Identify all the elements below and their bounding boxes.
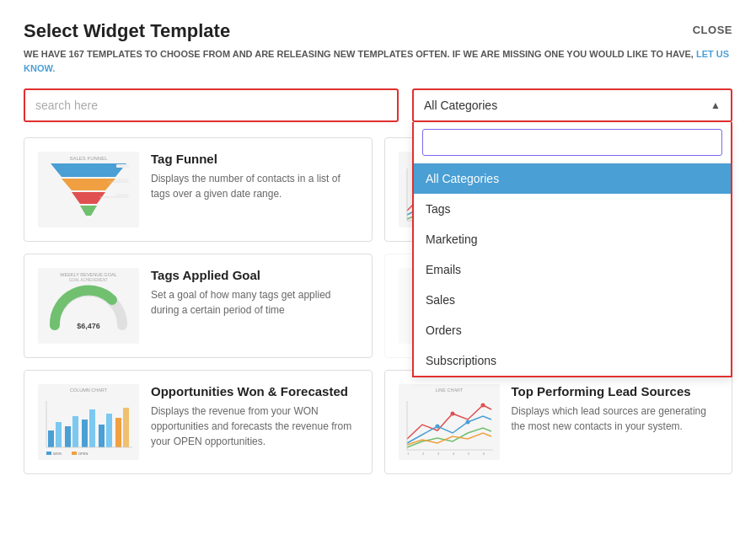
card-desc-lead-sources: Displays which lead sources are generati… bbox=[512, 404, 719, 434]
category-dropdown-wrapper: All Categories ▲ All Categories Tags Mar… bbox=[412, 88, 732, 122]
card-title-tag-funnel: Tag Funnel bbox=[151, 152, 358, 166]
svg-rect-25 bbox=[48, 430, 54, 447]
card-content-opportunities: Opportunities Won & Forecasted Displays … bbox=[151, 384, 358, 449]
dropdown-option-tags[interactable]: Tags bbox=[414, 194, 731, 224]
svg-rect-30 bbox=[89, 409, 95, 447]
card-content-tags-goal: Tags Applied Goal Set a goal of how many… bbox=[151, 268, 358, 318]
dropdown-search-input[interactable] bbox=[422, 129, 722, 156]
svg-rect-26 bbox=[56, 422, 62, 447]
svg-text:GOAL ACHIEVEMENT: GOAL ACHIEVEMENT bbox=[69, 278, 108, 282]
svg-rect-10 bbox=[116, 179, 128, 182]
card-opportunities-won[interactable]: COLUMN CHART W bbox=[24, 370, 373, 474]
svg-rect-37 bbox=[46, 452, 51, 455]
svg-rect-34 bbox=[123, 408, 129, 447]
svg-text:OPEN: OPEN bbox=[78, 452, 88, 456]
svg-rect-39 bbox=[72, 452, 77, 455]
dropdown-option-subscriptions[interactable]: Subscriptions bbox=[414, 345, 731, 376]
svg-text:LINE CHART: LINE CHART bbox=[435, 388, 463, 393]
svg-text:WON: WON bbox=[53, 452, 62, 456]
svg-rect-32 bbox=[106, 414, 112, 447]
svg-rect-31 bbox=[99, 425, 105, 447]
search-input[interactable] bbox=[24, 88, 399, 122]
svg-rect-27 bbox=[65, 426, 71, 447]
svg-point-43 bbox=[450, 412, 454, 416]
subtitle-text: WE HAVE 167 TEMPLATES TO CHOOSE FROM AND… bbox=[24, 47, 732, 75]
svg-point-45 bbox=[435, 425, 439, 429]
card-content-tag-funnel: Tag Funnel Displays the number of contac… bbox=[151, 152, 358, 201]
card-title-lead-sources: Top Performing Lead Sources bbox=[512, 384, 719, 398]
card-desc-tag-funnel: Displays the number of contacts in a lis… bbox=[151, 171, 358, 201]
card-title-opportunities: Opportunities Won & Forecasted bbox=[151, 384, 358, 398]
card-top-lead-sources[interactable]: LINE CHART 1 2 3 bbox=[384, 370, 733, 474]
category-selected-label: All Categories bbox=[424, 99, 497, 112]
card-thumb-tags-goal: WEEKLY REVENUE GOAL GOAL ACHIEVEMENT $6,… bbox=[38, 268, 139, 344]
svg-rect-9 bbox=[116, 164, 128, 168]
dropdown-option-orders[interactable]: Orders bbox=[414, 315, 731, 345]
category-selector[interactable]: All Categories ▲ bbox=[412, 88, 732, 122]
svg-rect-11 bbox=[116, 194, 128, 197]
card-content-lead-sources: Top Performing Lead Sources Displays whi… bbox=[512, 384, 719, 434]
dropdown-option-emails[interactable]: Emails bbox=[414, 254, 731, 285]
svg-point-44 bbox=[480, 404, 485, 408]
page-title: Select Widget Template bbox=[24, 20, 230, 42]
dropdown-search-wrapper bbox=[414, 122, 731, 163]
card-desc-tags-goal: Set a goal of how many tags get applied … bbox=[151, 287, 358, 318]
svg-point-46 bbox=[465, 420, 469, 425]
dropdown-option-marketing[interactable]: Marketing bbox=[414, 224, 731, 254]
svg-rect-33 bbox=[115, 418, 121, 447]
svg-text:COLUMN CHART: COLUMN CHART bbox=[70, 388, 108, 393]
card-tag-funnel[interactable]: SALES FUNNEL Tag Funnel Displ bbox=[24, 137, 373, 242]
close-button[interactable]: CLOSE bbox=[693, 20, 732, 36]
card-desc-opportunities: Displays the revenue from your WON oppor… bbox=[151, 404, 358, 449]
card-thumb-lead-sources: LINE CHART 1 2 3 bbox=[399, 384, 500, 460]
card-thumb-opportunities: COLUMN CHART W bbox=[38, 384, 139, 460]
svg-text:SALES FUNNEL: SALES FUNNEL bbox=[69, 156, 108, 161]
chevron-up-icon: ▲ bbox=[710, 99, 721, 111]
category-dropdown-panel: All Categories Tags Marketing Emails Sal… bbox=[412, 122, 732, 377]
card-thumb-tag-funnel: SALES FUNNEL bbox=[38, 152, 139, 227]
svg-text:$6,476: $6,476 bbox=[77, 322, 100, 330]
svg-rect-29 bbox=[82, 420, 88, 447]
dropdown-option-all-categories[interactable]: All Categories bbox=[414, 163, 731, 194]
card-tags-applied-goal[interactable]: WEEKLY REVENUE GOAL GOAL ACHIEVEMENT $6,… bbox=[24, 254, 373, 358]
controls-row: All Categories ▲ All Categories Tags Mar… bbox=[24, 88, 732, 122]
svg-text:WEEKLY REVENUE GOAL: WEEKLY REVENUE GOAL bbox=[60, 272, 116, 277]
dropdown-option-sales[interactable]: Sales bbox=[414, 285, 731, 315]
svg-rect-41 bbox=[399, 384, 500, 460]
card-title-tags-goal: Tags Applied Goal bbox=[151, 268, 358, 282]
svg-rect-28 bbox=[72, 416, 78, 447]
svg-marker-2 bbox=[51, 163, 126, 177]
